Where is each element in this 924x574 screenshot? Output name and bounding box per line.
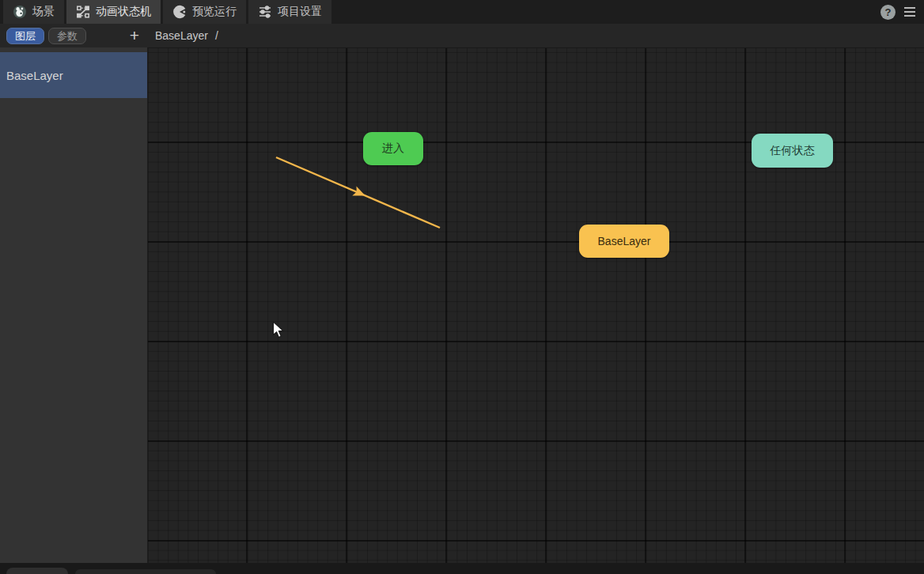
bottom-panel-tab-left[interactable] (6, 568, 68, 574)
project-settings-icon (258, 5, 272, 19)
layers-tab-button[interactable]: 图层 (6, 28, 44, 44)
tab-2[interactable]: 预览运行 (163, 0, 246, 24)
mouse-cursor (272, 321, 286, 342)
tab-label: 动画状态机 (96, 5, 151, 19)
state-node-any-state[interactable]: 任何状态 (752, 134, 833, 168)
params-tab-button[interactable]: 参数 (48, 28, 86, 44)
preview-run-icon (172, 5, 187, 19)
state-node-enter[interactable]: 进入 (363, 132, 423, 165)
tab-label: 场景 (32, 5, 55, 19)
help-icon[interactable]: ? (880, 5, 896, 20)
breadcrumb-layer[interactable]: BaseLayer (155, 29, 208, 42)
menu-icon[interactable] (903, 6, 916, 17)
tab-0[interactable]: 场景 (3, 0, 64, 24)
breadcrumb-separator: / (215, 29, 218, 42)
scene-cocos-logo-icon (13, 5, 27, 19)
main-body: BaseLayer 进入任何状态BaseLayer (0, 47, 924, 563)
state-machine-canvas[interactable]: 进入任何状态BaseLayer (148, 47, 924, 563)
tab-label: 项目设置 (278, 5, 322, 19)
layers-panel: BaseLayer (0, 47, 148, 563)
panel-header: 图层 参数 + BaseLayer / (0, 24, 924, 47)
add-layer-button[interactable]: + (126, 25, 143, 47)
transition-edges (148, 48, 924, 563)
tab-bar: 场景动画状态机预览运行项目设置 ? (0, 0, 924, 24)
tab-label: 预览运行 (192, 5, 237, 19)
animation-state-machine-app: 场景动画状态机预览运行项目设置 ? 图层 参数 + BaseLayer / (0, 0, 924, 574)
transition-arrowhead (352, 187, 365, 196)
tab-3[interactable]: 项目设置 (248, 0, 331, 24)
state-node-base-layer[interactable]: BaseLayer (579, 225, 669, 258)
tab-bar-tabs: 场景动画状态机预览运行项目设置 (0, 0, 334, 24)
tab-bar-right: ? (880, 0, 924, 24)
bottom-panel-tab-right[interactable] (75, 569, 216, 574)
state-machine-icon (76, 5, 90, 19)
bottom-bar (0, 563, 924, 574)
breadcrumb[interactable]: BaseLayer / (155, 24, 218, 47)
layer-item[interactable]: BaseLayer (0, 52, 147, 98)
tab-1[interactable]: 动画状态机 (66, 0, 161, 24)
